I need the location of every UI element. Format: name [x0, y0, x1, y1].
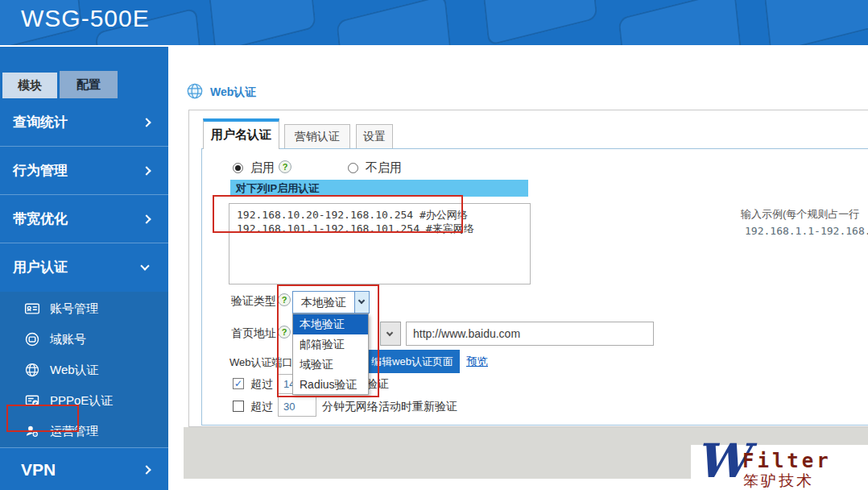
homepage-url-input[interactable] — [406, 322, 654, 346]
auth-type-selected-value: 本地验证 — [301, 296, 346, 310]
input-example-hint: 输入示例(每个规则占一行 — [741, 207, 859, 222]
radio-disable-label: 不启用 — [366, 160, 402, 176]
sidebar-item-vpn[interactable]: VPN — [0, 447, 168, 490]
keyboard-texture — [763, 0, 868, 45]
help-icon[interactable]: ? — [278, 293, 291, 306]
idle-reauth-suffix-label: 分钟无网络活动时重新验证 — [322, 400, 457, 414]
ip-section-header: 对下列IP启用认证 — [230, 180, 528, 197]
sidebar-item-label: 带宽优化 — [13, 211, 68, 226]
edit-web-auth-page-button[interactable]: 编辑web认证页面 — [365, 350, 460, 373]
operator-icon — [24, 423, 40, 439]
sidebar-item-label: 账号管理 — [50, 293, 98, 324]
sidebar-item-bandwidth[interactable]: 带宽优化 — [0, 195, 168, 243]
sidebar-tab-module[interactable]: 模块 — [2, 73, 57, 98]
sidebar-item-label: VPN — [21, 460, 56, 479]
app-window: WSG-500E 模块 配置 查询统计 行为管理 带宽优化 用户认证 — [0, 0, 868, 490]
idle-minutes-input[interactable] — [278, 397, 316, 417]
sidebar-item-label: 查询统计 — [13, 114, 68, 130]
homepage-label: 首页地址 — [231, 326, 276, 341]
sidebar-item-operations-mgmt[interactable]: 运营管理 — [0, 416, 168, 446]
keyboard-texture — [482, 0, 598, 45]
chevron-right-icon — [142, 118, 151, 127]
sidebar-item-user-auth[interactable]: 用户认证 — [0, 243, 168, 292]
reauth-suffix-label: 验证 — [366, 377, 389, 392]
auth-type-label: 验证类型 — [231, 294, 276, 309]
sidebar-item-behavior-mgmt[interactable]: 行为管理 — [0, 147, 168, 195]
radio-dot — [235, 165, 241, 171]
sidebar-item-label: 域账号 — [50, 324, 86, 355]
sidebar-submenu: 账号管理 域账号 Web认证 — [0, 292, 168, 447]
logo-name: Filter — [742, 450, 832, 472]
domain-account-icon — [24, 331, 40, 347]
tab-username-auth[interactable]: 用户名认证 — [203, 118, 279, 149]
homepage-mode-select[interactable] — [380, 322, 401, 346]
sidebar-item-label: Web认证 — [50, 355, 99, 385]
radio-enable[interactable] — [233, 163, 243, 173]
vendor-logo: W Filter 笨驴技术 — [691, 445, 868, 490]
dropdown-option-radius[interactable]: Radius验证 — [293, 375, 368, 395]
tab-marketing-auth[interactable]: 营销认证 — [284, 124, 350, 149]
exceed-label: 超过 — [250, 377, 273, 392]
radio-enable-label: 启用 — [250, 160, 275, 176]
id-card-icon — [24, 301, 40, 317]
sidebar-item-label: PPPoE认证 — [50, 385, 113, 416]
keyboard-texture — [336, 0, 453, 45]
auth-type-select[interactable]: 本地验证 — [292, 291, 370, 314]
dropdown-option-email[interactable]: 邮箱验证 — [293, 334, 368, 355]
pppoe-doc-icon — [24, 392, 40, 409]
content-panel: 用户名认证 营销认证 设置 启用 ? 不启用 对下列IP启用认证 192.168… — [188, 110, 868, 427]
main-content: Web认证 用户名认证 营销认证 设置 启用 ? 不启用 对下列IP启用认证 1… — [168, 47, 868, 490]
idle-reauth-checkbox[interactable] — [233, 401, 244, 412]
globe-icon — [24, 362, 40, 378]
help-icon[interactable]: ? — [278, 326, 291, 338]
sidebar-item-label: 运营管理 — [50, 416, 98, 446]
sidebar-item-label: 行为管理 — [13, 163, 68, 178]
globe-icon — [186, 82, 204, 100]
tab-settings[interactable]: 设置 — [356, 124, 393, 149]
input-example-ip: 192.168.1.1-192.168.1.2 — [745, 225, 868, 237]
brand-title: WSG-500E — [21, 5, 150, 32]
tab-content-panel: 启用 ? 不启用 对下列IP启用认证 192.168.10.20-192.168… — [201, 148, 868, 426]
logo-w-mark: W — [696, 434, 748, 488]
top-bar: WSG-500E — [0, 0, 868, 45]
preview-link[interactable]: 预览 — [466, 355, 488, 369]
chevron-right-icon — [142, 465, 151, 474]
ip-rule-line: 192.168.10.20-192.168.10.254 #办公网络 — [237, 208, 530, 222]
ip-rules-textarea[interactable]: 192.168.10.20-192.168.10.254 #办公网络 192.1… — [229, 203, 531, 284]
radio-disable[interactable] — [348, 163, 358, 173]
keyboard-texture — [618, 0, 742, 45]
chevron-right-icon — [142, 214, 151, 223]
chevron-down-icon — [140, 261, 149, 270]
dropdown-option-domain[interactable]: 域验证 — [293, 355, 368, 375]
page-title: Web认证 — [210, 85, 256, 100]
dropdown-option-local[interactable]: 本地验证 — [293, 314, 368, 334]
sidebar: 模块 配置 查询统计 行为管理 带宽优化 用户认证 账号管理 — [0, 47, 168, 490]
ip-rule-line: 192.168.101.1-192.168.101.254 #来宾网络 — [237, 222, 530, 235]
web-auth-port-label: Web认证端口 — [229, 355, 293, 370]
sidebar-item-web-auth[interactable]: Web认证 — [0, 355, 168, 385]
select-arrow-button[interactable] — [354, 292, 369, 313]
help-icon[interactable]: ? — [279, 160, 291, 173]
reauth-checkbox[interactable]: ✓ — [233, 378, 244, 389]
chevron-right-icon — [142, 166, 151, 175]
sidebar-item-domain-account[interactable]: 域账号 — [0, 324, 168, 355]
chevron-down-icon — [358, 297, 365, 304]
sidebar-tab-config[interactable]: 配置 — [60, 71, 118, 98]
exceed-label: 超过 — [250, 400, 273, 414]
chevron-down-icon — [386, 330, 393, 336]
auth-type-dropdown-menu: 本地验证 邮箱验证 域验证 Radius验证 — [292, 314, 369, 395]
sidebar-item-account-mgmt[interactable]: 账号管理 — [0, 293, 168, 324]
logo-subtitle: 笨驴技术 — [743, 471, 814, 490]
sidebar-item-query-stats[interactable]: 查询统计 — [0, 98, 168, 147]
keyboard-texture — [207, 0, 316, 45]
sidebar-item-label: 用户认证 — [13, 260, 68, 275]
sidebar-item-pppoe-auth[interactable]: PPPoE认证 — [0, 385, 168, 416]
